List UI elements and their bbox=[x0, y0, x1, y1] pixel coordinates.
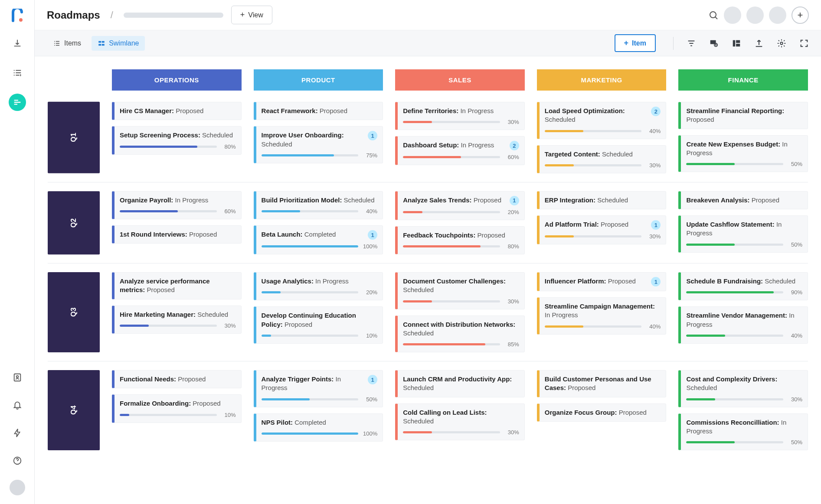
page-title: Roadmaps bbox=[47, 9, 100, 21]
link-icon[interactable] bbox=[709, 39, 719, 48]
settings-icon[interactable] bbox=[777, 39, 786, 48]
roadmap-card[interactable]: Schedule B Fundraising: Scheduled90% bbox=[678, 272, 808, 300]
roadmap-card[interactable]: Analyze Trigger Points: In Progress150% bbox=[254, 370, 383, 407]
progress-bar bbox=[262, 210, 359, 212]
roadmap-card[interactable]: Organize Focus Group: Proposed bbox=[537, 403, 667, 422]
card-title: Build Customer Personas and Use Cases: P… bbox=[545, 375, 661, 393]
roadmap-card[interactable]: Usage Analytics: In Progress20% bbox=[254, 272, 383, 300]
roadmap-card[interactable]: Setup Screening Process: Scheduled80% bbox=[112, 126, 242, 154]
roadmap-card[interactable]: NPS Pilot: Completed100% bbox=[254, 413, 383, 442]
help-icon[interactable] bbox=[9, 452, 26, 469]
progress-row: 60% bbox=[403, 154, 519, 160]
roadmap-card[interactable]: Influencer Platform: Proposed1 bbox=[537, 272, 667, 291]
roadmap-card[interactable]: Streamline Vendor Management: In Progres… bbox=[678, 306, 808, 344]
roadmap-card[interactable]: Targeted Content: Scheduled30% bbox=[537, 145, 667, 173]
roadmap-card[interactable]: Develop Continuing Education Policy: Pro… bbox=[254, 306, 383, 344]
roadmap-card[interactable]: Beta Launch: Completed1100% bbox=[254, 225, 383, 254]
progress-percent: 50% bbox=[788, 161, 802, 167]
add-view-button[interactable]: + View bbox=[231, 6, 272, 24]
progress-percent: 30% bbox=[646, 162, 661, 169]
progress-row: 50% bbox=[686, 161, 802, 167]
roadmap-card[interactable]: Load Speed Optimization: Scheduled240% bbox=[537, 102, 667, 139]
roadmap-card[interactable]: Organize Payroll: In Progress60% bbox=[112, 191, 242, 219]
roadmap-card[interactable]: Cost and Complexity Drivers: Scheduled30… bbox=[678, 370, 808, 407]
roadmap-card[interactable]: Hire Marketing Manager: Scheduled30% bbox=[112, 306, 242, 334]
list-icon[interactable] bbox=[9, 64, 26, 81]
roadmap-card[interactable]: Create New Expenses Budget: In Progress5… bbox=[678, 135, 808, 172]
roadmap-card[interactable]: Launch CRM and Productivity App: Schedul… bbox=[395, 370, 525, 397]
add-item-button[interactable]: + Item bbox=[615, 34, 656, 52]
progress-row: 50% bbox=[686, 439, 802, 445]
progress-bar bbox=[545, 325, 642, 328]
roadmap-card[interactable]: Formalize Onboarding: Proposed10% bbox=[112, 394, 242, 423]
roadmap-card[interactable]: Build Prioritization Model: Scheduled40% bbox=[254, 191, 383, 219]
progress-bar bbox=[262, 335, 359, 337]
roadmap-card[interactable]: Commissions Reconcilliation: In Progress… bbox=[678, 413, 808, 451]
layout-icon[interactable] bbox=[732, 39, 741, 48]
roadmap-card[interactable]: Analyze service performance metrics: Pro… bbox=[112, 272, 242, 299]
roadmap-icon[interactable] bbox=[9, 94, 26, 111]
roadmap-card[interactable]: Connect with Distribution Networks: Sche… bbox=[395, 315, 525, 353]
member-avatar-1[interactable] bbox=[724, 7, 741, 24]
roadmap-card[interactable]: Feedback Touchpoints: Proposed80% bbox=[395, 226, 525, 254]
roadmap-card[interactable]: Cold Calling on Lead Lists: Scheduled30% bbox=[395, 403, 525, 441]
member-avatar-3[interactable] bbox=[769, 7, 786, 24]
progress-bar bbox=[686, 335, 783, 337]
roadmap-card[interactable]: Streamline Campaign Management: In Progr… bbox=[537, 297, 667, 335]
card-badge: 2 bbox=[510, 141, 519, 150]
progress-bar bbox=[545, 164, 642, 166]
roadmap-card[interactable]: Analyze Sales Trends: Proposed120% bbox=[395, 191, 525, 220]
import-icon[interactable] bbox=[9, 35, 26, 52]
lane-header-operations: OPERATIONS bbox=[112, 69, 242, 91]
roadmap-card[interactable]: 1st Round Interviews: Proposed bbox=[112, 225, 242, 244]
lane-header-product: PRODUCT bbox=[254, 69, 383, 91]
progress-percent: 30% bbox=[788, 396, 802, 403]
progress-percent: 30% bbox=[504, 298, 519, 305]
progress-percent: 50% bbox=[788, 241, 802, 248]
roadmap-card[interactable]: Ad Platform Trial: Proposed130% bbox=[537, 215, 667, 244]
progress-bar bbox=[403, 343, 500, 345]
filter-icon[interactable] bbox=[687, 39, 696, 48]
card-title: Setup Screening Process: Scheduled bbox=[120, 131, 236, 140]
user-avatar[interactable] bbox=[10, 480, 25, 495]
progress-row: 30% bbox=[545, 233, 661, 240]
roadmap-card[interactable]: Define Territories: In Progress30% bbox=[395, 102, 525, 130]
tab-items[interactable]: Items bbox=[47, 36, 87, 51]
roadmap-card[interactable]: Document Customer Challenges: Scheduled3… bbox=[395, 272, 525, 309]
card-title: Breakeven Analysis: Proposed bbox=[686, 196, 802, 205]
roadmap-card[interactable]: Functional Needs: Proposed bbox=[112, 370, 242, 388]
card-title: Update Cashflow Statement: In Progress bbox=[686, 220, 802, 238]
contacts-icon[interactable] bbox=[9, 369, 26, 386]
card-title: Define Territories: In Progress bbox=[403, 107, 519, 115]
progress-percent: 50% bbox=[788, 439, 802, 445]
roadmap-card[interactable]: ERP Integration: Scheduled bbox=[537, 191, 667, 209]
card-title: Document Customer Challenges: Scheduled bbox=[403, 277, 519, 295]
card-title: Feedback Touchpoints: Proposed bbox=[403, 231, 519, 240]
add-member-button[interactable]: + bbox=[792, 7, 809, 24]
notifications-icon[interactable] bbox=[9, 397, 26, 414]
tab-swimlane[interactable]: Swimlane bbox=[92, 36, 145, 51]
card-title: Dashboard Setup: In Progress bbox=[403, 141, 506, 150]
card-title: Cost and Complexity Drivers: Scheduled bbox=[686, 375, 802, 393]
progress-row: 20% bbox=[403, 209, 519, 215]
swimlane-cell: Document Customer Challenges: Scheduled3… bbox=[395, 272, 525, 352]
progress-percent: 40% bbox=[646, 323, 661, 330]
fullscreen-icon[interactable] bbox=[799, 39, 809, 48]
export-icon[interactable] bbox=[754, 39, 764, 48]
member-avatar-2[interactable] bbox=[746, 7, 764, 24]
roadmap-card[interactable]: Build Customer Personas and Use Cases: P… bbox=[537, 370, 667, 397]
swimlane-cell: ERP Integration: ScheduledAd Platform Tr… bbox=[537, 191, 667, 254]
search-icon[interactable] bbox=[708, 10, 719, 20]
card-title: Usage Analytics: In Progress bbox=[262, 277, 378, 286]
roadmap-card[interactable]: Dashboard Setup: In Progress260% bbox=[395, 136, 525, 165]
roadmap-card[interactable]: Update Cashflow Statement: In Progress50… bbox=[678, 215, 808, 253]
roadmap-card[interactable]: React Framework: Proposed bbox=[254, 102, 383, 120]
row-label: Q2 bbox=[48, 191, 100, 254]
progress-percent: 40% bbox=[788, 332, 802, 339]
roadmap-card[interactable]: Streamline Financial Reporting: Proposed bbox=[678, 102, 808, 129]
nav-rail bbox=[0, 0, 35, 504]
roadmap-card[interactable]: Improve User Onboarding: Scheduled175% bbox=[254, 126, 383, 163]
roadmap-card[interactable]: Hire CS Manager: Proposed bbox=[112, 102, 242, 120]
bolt-icon[interactable] bbox=[9, 424, 26, 442]
roadmap-card[interactable]: Breakeven Analysis: Proposed bbox=[678, 191, 808, 209]
